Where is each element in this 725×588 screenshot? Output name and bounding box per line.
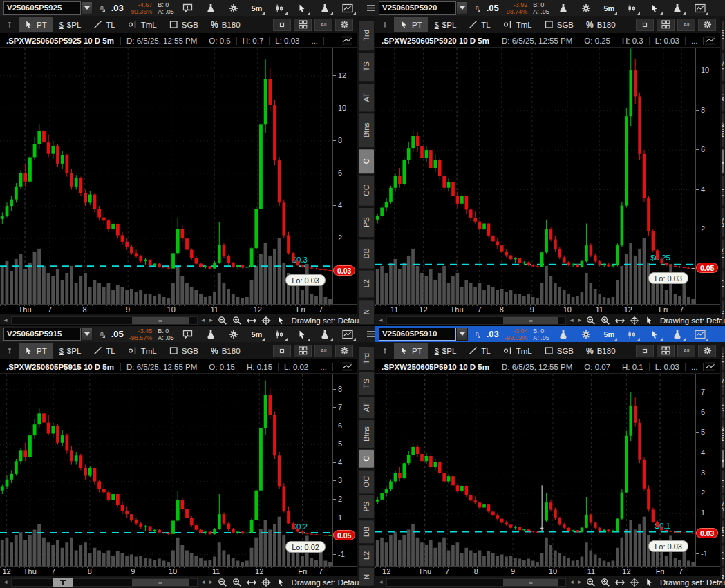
chart-area[interactable]: $0.3 Lo: 0.03 0.03 24681012 [0,48,357,304]
timeframe-selector[interactable]: 5m [248,327,265,341]
tool-b180-button[interactable]: %B180 [205,17,246,32]
chart-style-button[interactable] [271,1,288,15]
sidebar-tab-at[interactable]: AT [722,397,724,418]
scroll-step-left[interactable]: ◄ [200,317,206,323]
zoom-in-button[interactable] [232,578,243,587]
drawing-set-selector[interactable]: Drawing set: Defau [660,578,725,587]
tool-b180-button[interactable]: %B180 [581,343,621,359]
chart-settings-button[interactable] [335,345,353,357]
sidebar-tab-n[interactable]: N [359,568,374,586]
single-chart-button[interactable] [273,345,291,357]
tool-tl-button[interactable]: TL [463,343,496,359]
time-axis[interactable]: 1112Thu789101112Fri7 [375,304,720,314]
patterns-button[interactable] [339,1,357,15]
sidebar-tab-ts[interactable]: TS [359,372,374,395]
grid-layout-button[interactable] [294,19,312,31]
chat-icon-button[interactable] [180,327,197,341]
symbol-dropdown-button[interactable] [81,328,93,341]
sidebar-tab-ps[interactable]: PS [722,208,724,237]
chart-area[interactable]: $0.1 Lo: 0.03 0.03 -11234567 [375,374,720,566]
tool-tl-button[interactable]: TL [88,17,120,32]
chart-settings-button[interactable] [335,19,353,31]
sidebar-tab-l2[interactable]: L2 [359,545,374,566]
symbol-input[interactable]: V250605P5925 [3,1,81,15]
sidebar-tab-trd[interactable]: Trd [722,347,724,370]
single-chart-button[interactable] [636,19,654,31]
zoom-out-button[interactable] [217,578,229,587]
sidebar-tab-ps[interactable]: PS [359,208,374,237]
chart-style-button[interactable] [271,327,288,341]
zoom-in-button[interactable] [232,316,243,325]
time-axis[interactable]: Thu789101112Fri7 [0,304,357,314]
studies-flask-button[interactable] [203,1,220,15]
time-axis[interactable]: 12Thu789101112Fri7 [375,566,720,576]
menu-icon-button[interactable] [362,1,375,15]
sidebar-tab-ts[interactable]: TS [722,53,724,81]
tool-tml-button[interactable]: TmL [498,343,538,359]
drawing-set-selector[interactable]: Drawing set: Default [292,316,364,325]
sidebar-tab-n[interactable]: N [722,568,724,586]
scrollbar-thumb[interactable] [132,579,189,586]
quick-study-flask-button[interactable] [317,1,334,15]
tool-pt-button[interactable]: PT [19,343,53,359]
sidebar-tab-oc[interactable]: OC [722,176,724,206]
symbol-dropdown-button[interactable] [456,328,468,341]
sidebar-tab-at[interactable]: AT [359,397,374,418]
pointer-mode-button[interactable] [275,578,287,587]
drawing-set-selector[interactable]: Drawing set: Defau [660,316,725,325]
price-axis[interactable]: 0.05 246810 [695,48,720,304]
quick-study-flask-button[interactable] [669,327,686,341]
symbol-dropdown-button[interactable] [456,1,468,15]
symbol-combo[interactable]: V250605P5920 [379,1,468,15]
sidebar-tab-db[interactable]: DB [722,520,724,543]
symbol-input[interactable]: V250605P5910 [379,328,456,341]
scroll-left-end-arrow[interactable]: ◄ [378,317,384,323]
chart-settings-button[interactable] [698,19,716,31]
scroll-step-left[interactable]: ◄ [569,317,574,323]
pin-toolbar-button[interactable] [377,343,393,359]
sidebar-tab-c[interactable]: C [359,149,374,173]
link-charts-icon[interactable]: 8 [98,330,106,339]
apply-all-button[interactable]: All [314,345,332,357]
scroll-snap-button[interactable] [53,578,73,587]
sidebar-tab-l2[interactable]: L2 [722,270,724,297]
sidebar-tab-db[interactable]: DB [359,239,374,268]
menu-icon-button[interactable] [362,327,375,341]
horizontal-scrollbar[interactable] [386,578,566,587]
symbol-combo[interactable]: V250605P5910 [379,328,468,341]
sidebar-tab-n[interactable]: N [722,300,724,324]
zoom-out-button[interactable] [217,316,229,325]
symbol-combo[interactable]: V250605P5925 [3,1,93,15]
sidebar-tab-ts[interactable]: TS [722,372,724,395]
scroll-step-right[interactable]: ► [209,579,214,585]
tool-sgb-button[interactable]: SGB [164,343,204,359]
sidebar-tab-at[interactable]: AT [359,84,374,111]
pointer-mode-button[interactable] [275,316,287,325]
single-chart-button[interactable] [636,345,654,357]
tool-tml-button[interactable]: TmL [498,17,538,32]
pointer-mode-button[interactable] [643,578,655,587]
scroll-step-left[interactable]: ◄ [569,579,574,585]
scroll-step-right[interactable]: ► [577,317,583,323]
tool-pt-button[interactable]: PT [19,17,53,32]
sidebar-tab-c[interactable]: C [722,450,724,468]
symbol-dropdown-button[interactable] [81,1,93,15]
sidebar-tab-oc[interactable]: OC [722,470,724,493]
crosshair-button[interactable] [629,316,641,325]
grid-layout-button[interactable] [657,19,675,31]
pin-toolbar-button[interactable] [2,17,17,32]
sidebar-tab-db[interactable]: DB [722,239,724,268]
sidebar-tab-trd[interactable]: Trd [359,347,374,370]
tool-sgb-button[interactable]: SGB [164,17,204,32]
scroll-step-right[interactable]: ► [577,579,583,585]
sidebar-tab-ps[interactable]: PS [722,495,724,518]
scale-mode-button[interactable] [704,36,720,45]
studies-flask-button[interactable] [555,1,572,15]
price-axis[interactable]: 0.03 -11234567 [695,374,720,566]
studies-flask-button[interactable] [203,327,220,341]
candlestick-chart[interactable]: $0.1 [375,374,695,566]
horizontal-scrollbar[interactable] [386,316,566,325]
chart-area[interactable]: $0.2 Lo: 0.02 0.05 -112345678 [0,374,357,566]
link-charts-icon[interactable]: 8 [473,4,481,12]
link-charts-icon[interactable]: 8 [473,330,481,339]
